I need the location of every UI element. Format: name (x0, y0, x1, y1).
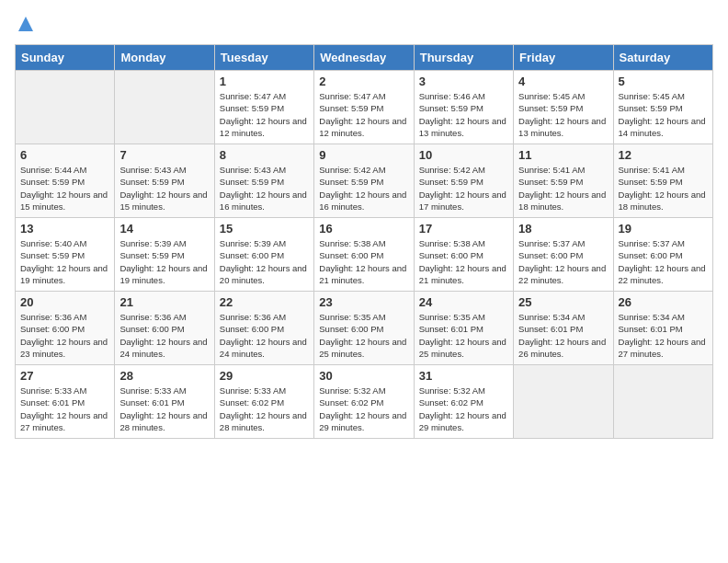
day-number: 27 (20, 369, 109, 383)
calendar-cell: 7Sunrise: 5:43 AMSunset: 5:59 PMDaylight… (115, 144, 214, 218)
calendar-cell: 28Sunrise: 5:33 AMSunset: 6:01 PMDayligh… (115, 365, 214, 439)
logo (15, 15, 35, 33)
day-info: Sunrise: 5:36 AMSunset: 6:00 PMDaylight:… (220, 311, 309, 360)
day-number: 22 (220, 295, 309, 309)
day-info: Sunrise: 5:34 AMSunset: 6:01 PMDaylight:… (619, 311, 708, 360)
day-number: 31 (419, 369, 508, 383)
calendar-cell: 9Sunrise: 5:42 AMSunset: 5:59 PMDaylight… (314, 144, 414, 218)
day-info: Sunrise: 5:47 AMSunset: 5:59 PMDaylight:… (319, 90, 408, 139)
day-info: Sunrise: 5:42 AMSunset: 5:59 PMDaylight:… (419, 164, 508, 213)
calendar-cell: 16Sunrise: 5:38 AMSunset: 6:00 PMDayligh… (314, 218, 414, 292)
day-number: 17 (419, 222, 508, 236)
day-number: 11 (518, 148, 608, 162)
day-number: 23 (319, 295, 408, 309)
day-number: 10 (419, 148, 508, 162)
calendar-cell: 26Sunrise: 5:34 AMSunset: 6:01 PMDayligh… (613, 292, 712, 365)
day-info: Sunrise: 5:35 AMSunset: 6:01 PMDaylight:… (419, 311, 508, 360)
calendar-cell: 24Sunrise: 5:35 AMSunset: 6:01 PMDayligh… (414, 292, 513, 365)
day-number: 7 (119, 148, 209, 162)
day-number: 12 (619, 148, 708, 162)
day-info: Sunrise: 5:43 AMSunset: 5:59 PMDaylight:… (119, 164, 209, 213)
calendar-cell (613, 365, 712, 439)
day-info: Sunrise: 5:33 AMSunset: 6:01 PMDaylight:… (119, 385, 209, 433)
day-info: Sunrise: 5:34 AMSunset: 6:01 PMDaylight:… (518, 311, 608, 360)
calendar-cell (115, 71, 214, 144)
calendar-cell: 25Sunrise: 5:34 AMSunset: 6:01 PMDayligh… (514, 292, 613, 365)
day-number: 1 (220, 75, 309, 88)
day-header-wednesday: Wednesday (314, 45, 414, 71)
day-info: Sunrise: 5:36 AMSunset: 6:00 PMDaylight:… (119, 311, 209, 360)
day-number: 3 (419, 75, 508, 88)
page-header (15, 15, 713, 33)
week-row-2: 6Sunrise: 5:44 AMSunset: 5:59 PMDaylight… (16, 144, 713, 218)
calendar-cell: 5Sunrise: 5:45 AMSunset: 5:59 PMDaylight… (613, 71, 712, 144)
week-row-1: 1Sunrise: 5:47 AMSunset: 5:59 PMDaylight… (16, 71, 713, 144)
day-info: Sunrise: 5:37 AMSunset: 6:00 PMDaylight:… (518, 237, 608, 286)
day-number: 30 (319, 369, 408, 383)
day-info: Sunrise: 5:46 AMSunset: 5:59 PMDaylight:… (419, 90, 508, 139)
day-number: 13 (20, 222, 109, 236)
calendar-cell: 31Sunrise: 5:32 AMSunset: 6:02 PMDayligh… (414, 365, 513, 439)
calendar-cell: 10Sunrise: 5:42 AMSunset: 5:59 PMDayligh… (414, 144, 513, 218)
day-info: Sunrise: 5:38 AMSunset: 6:00 PMDaylight:… (419, 237, 508, 286)
day-header-thursday: Thursday (414, 45, 513, 71)
day-number: 2 (319, 75, 408, 88)
calendar-cell: 15Sunrise: 5:39 AMSunset: 6:00 PMDayligh… (214, 218, 313, 292)
calendar-cell: 20Sunrise: 5:36 AMSunset: 6:00 PMDayligh… (16, 292, 115, 365)
day-number: 14 (119, 222, 209, 236)
day-header-tuesday: Tuesday (214, 45, 313, 71)
day-number: 4 (518, 75, 608, 88)
logo-icon (17, 15, 35, 33)
day-info: Sunrise: 5:33 AMSunset: 6:01 PMDaylight:… (20, 385, 109, 433)
day-header-monday: Monday (115, 45, 214, 71)
day-info: Sunrise: 5:43 AMSunset: 5:59 PMDaylight:… (220, 164, 309, 213)
calendar-cell: 23Sunrise: 5:35 AMSunset: 6:00 PMDayligh… (314, 292, 414, 365)
calendar-cell: 2Sunrise: 5:47 AMSunset: 5:59 PMDaylight… (314, 71, 414, 144)
day-info: Sunrise: 5:47 AMSunset: 5:59 PMDaylight:… (220, 90, 309, 139)
day-info: Sunrise: 5:40 AMSunset: 5:59 PMDaylight:… (20, 237, 109, 286)
calendar-cell: 11Sunrise: 5:41 AMSunset: 5:59 PMDayligh… (514, 144, 613, 218)
calendar-cell: 19Sunrise: 5:37 AMSunset: 6:00 PMDayligh… (613, 218, 712, 292)
calendar-cell (514, 365, 613, 439)
calendar-cell: 22Sunrise: 5:36 AMSunset: 6:00 PMDayligh… (214, 292, 313, 365)
day-info: Sunrise: 5:37 AMSunset: 6:00 PMDaylight:… (619, 237, 708, 286)
day-info: Sunrise: 5:35 AMSunset: 6:00 PMDaylight:… (319, 311, 408, 360)
day-number: 21 (119, 295, 209, 309)
day-number: 15 (220, 222, 309, 236)
day-number: 18 (518, 222, 608, 236)
week-row-5: 27Sunrise: 5:33 AMSunset: 6:01 PMDayligh… (16, 365, 713, 439)
calendar-cell: 18Sunrise: 5:37 AMSunset: 6:00 PMDayligh… (514, 218, 613, 292)
day-info: Sunrise: 5:42 AMSunset: 5:59 PMDaylight:… (319, 164, 408, 213)
calendar-cell: 1Sunrise: 5:47 AMSunset: 5:59 PMDaylight… (214, 71, 313, 144)
week-row-4: 20Sunrise: 5:36 AMSunset: 6:00 PMDayligh… (16, 292, 713, 365)
day-info: Sunrise: 5:38 AMSunset: 6:00 PMDaylight:… (319, 237, 408, 286)
calendar-cell: 27Sunrise: 5:33 AMSunset: 6:01 PMDayligh… (16, 365, 115, 439)
day-info: Sunrise: 5:32 AMSunset: 6:02 PMDaylight:… (419, 385, 508, 433)
day-number: 6 (20, 148, 109, 162)
calendar-cell: 21Sunrise: 5:36 AMSunset: 6:00 PMDayligh… (115, 292, 214, 365)
day-info: Sunrise: 5:45 AMSunset: 5:59 PMDaylight:… (518, 90, 608, 139)
day-number: 29 (220, 369, 309, 383)
day-number: 5 (619, 75, 708, 88)
calendar-cell (16, 71, 115, 144)
day-header-friday: Friday (514, 45, 613, 71)
svg-marker-0 (18, 17, 33, 31)
calendar-cell: 30Sunrise: 5:32 AMSunset: 6:02 PMDayligh… (314, 365, 414, 439)
day-number: 26 (619, 295, 708, 309)
day-info: Sunrise: 5:32 AMSunset: 6:02 PMDaylight:… (319, 385, 408, 433)
calendar-cell: 17Sunrise: 5:38 AMSunset: 6:00 PMDayligh… (414, 218, 513, 292)
calendar-cell: 8Sunrise: 5:43 AMSunset: 5:59 PMDaylight… (214, 144, 313, 218)
calendar-cell: 6Sunrise: 5:44 AMSunset: 5:59 PMDaylight… (16, 144, 115, 218)
day-number: 25 (518, 295, 608, 309)
day-info: Sunrise: 5:33 AMSunset: 6:02 PMDaylight:… (220, 385, 309, 433)
day-info: Sunrise: 5:44 AMSunset: 5:59 PMDaylight:… (20, 164, 109, 213)
day-number: 20 (20, 295, 109, 309)
week-row-3: 13Sunrise: 5:40 AMSunset: 5:59 PMDayligh… (16, 218, 713, 292)
day-info: Sunrise: 5:36 AMSunset: 6:00 PMDaylight:… (20, 311, 109, 360)
day-info: Sunrise: 5:41 AMSunset: 5:59 PMDaylight:… (619, 164, 708, 213)
day-info: Sunrise: 5:41 AMSunset: 5:59 PMDaylight:… (518, 164, 608, 213)
day-info: Sunrise: 5:39 AMSunset: 6:00 PMDaylight:… (220, 237, 309, 286)
calendar-table: SundayMondayTuesdayWednesdayThursdayFrid… (15, 44, 713, 439)
calendar-cell: 14Sunrise: 5:39 AMSunset: 5:59 PMDayligh… (115, 218, 214, 292)
day-number: 24 (419, 295, 508, 309)
